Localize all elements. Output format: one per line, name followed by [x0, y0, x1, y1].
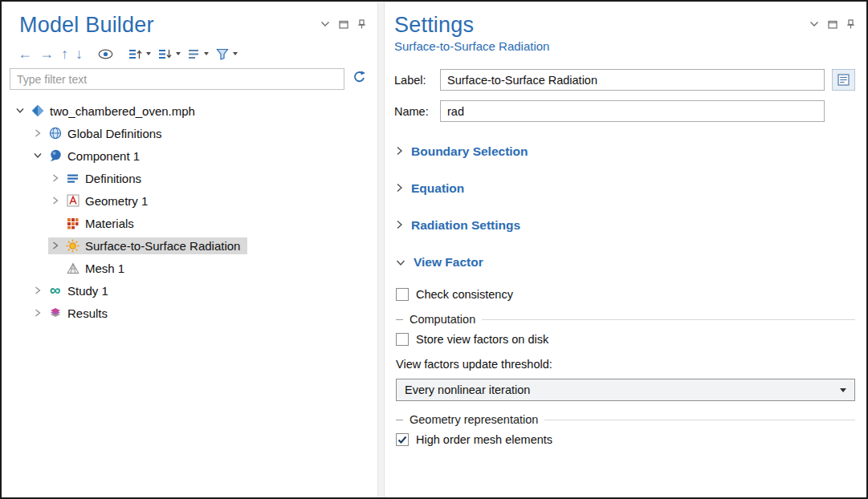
settings-header: Settings: [394, 8, 855, 38]
section-label: Equation: [411, 181, 464, 196]
filter-text-input[interactable]: [10, 68, 344, 90]
study-infinity-icon: ∞: [48, 285, 62, 296]
tree-item-root-mph[interactable]: two_chambered_oven.mph: [2, 99, 377, 122]
label-row: Label:: [394, 69, 855, 91]
move-down-icon[interactable]: ↓: [75, 47, 83, 60]
chevron-expanded-icon[interactable]: [14, 108, 25, 114]
threshold-select[interactable]: Every nonlinear iteration: [396, 379, 855, 401]
tree-item-materials[interactable]: Materials: [2, 212, 377, 234]
high-order-mesh-label: High order mesh elements: [416, 433, 552, 446]
tree-item-results[interactable]: Results: [2, 302, 377, 324]
tree-item-label: Surface-to-Surface Radiation: [85, 239, 240, 253]
check-consistency-checkbox[interactable]: [396, 288, 409, 301]
mesh-icon: [66, 262, 79, 274]
section-view-factor[interactable]: View Factor: [394, 244, 855, 281]
store-view-factors-row: Store view factors on disk: [396, 333, 855, 346]
label-input[interactable]: [440, 69, 825, 91]
dropdown-caret-icon: [840, 388, 846, 392]
chevron-collapsed-icon[interactable]: [32, 309, 43, 317]
panel-splitter[interactable]: [377, 2, 385, 497]
high-order-mesh-checkbox[interactable]: [396, 433, 409, 446]
tree-item-definitions[interactable]: Definitions: [2, 167, 377, 189]
settings-subtitle: Surface-to-Surface Radiation: [394, 39, 855, 53]
tree-item-mesh-1[interactable]: Mesh 1: [2, 257, 377, 279]
chevron-collapsed-icon[interactable]: [32, 286, 43, 294]
settings-window-controls: [809, 19, 855, 29]
name-input[interactable]: [440, 100, 825, 122]
show-eye-icon[interactable]: [98, 49, 113, 59]
tree-item-label: Materials: [85, 217, 134, 230]
tree-item-label: Definitions: [85, 172, 141, 185]
materials-icon: [66, 217, 79, 229]
collapse-all-icon[interactable]: [158, 48, 181, 60]
tree-item-study-1[interactable]: ∞ Study 1: [2, 279, 377, 302]
tree-item-global-definitions[interactable]: Global Definitions: [2, 122, 377, 144]
move-up-icon[interactable]: ↑: [61, 47, 68, 60]
threshold-label: View factors update threshold:: [396, 358, 855, 371]
chevron-collapsed-icon[interactable]: [50, 197, 60, 205]
section-label: Boundary Selection: [411, 144, 528, 159]
node-text-caret-icon[interactable]: [204, 52, 209, 55]
tree-item-label: Mesh 1: [85, 262, 124, 275]
threshold-selected-value: Every nonlinear iteration: [405, 383, 530, 396]
refresh-icon[interactable]: [352, 71, 366, 87]
model-tree: two_chambered_oven.mph Global Definition…: [2, 93, 377, 497]
computation-group-separator: Computation: [396, 313, 855, 326]
section-radiation-settings[interactable]: Radiation Settings: [394, 207, 855, 244]
tree-item-label: Component 1: [67, 149, 140, 163]
chevron-collapsed-icon[interactable]: [32, 129, 43, 137]
chevron-collapsed-icon[interactable]: [50, 174, 60, 182]
settings-title: Settings: [394, 13, 474, 38]
store-view-factors-label: Store view factors on disk: [416, 333, 548, 346]
definitions-icon: [66, 172, 79, 185]
model-builder-panel: Model Builder ← → ↑ ↓: [2, 2, 377, 497]
filter-funnel-icon[interactable]: [216, 48, 238, 60]
settings-sections: Boundary Selection Equation Radiation Se…: [394, 133, 855, 281]
store-view-factors-checkbox[interactable]: [396, 333, 409, 346]
tree-item-label: Results: [67, 306, 108, 320]
chevron-down-icon[interactable]: [809, 21, 819, 27]
geometry-icon: [66, 194, 79, 207]
check-consistency-label: Check consistency: [416, 288, 513, 301]
tree-item-label: Geometry 1: [85, 194, 148, 208]
section-label: View Factor: [414, 255, 483, 270]
filter-funnel-caret-icon[interactable]: [233, 52, 238, 55]
model-builder-toolbar: ← → ↑ ↓: [2, 38, 377, 67]
forward-arrow-icon[interactable]: →: [39, 47, 54, 60]
geometry-representation-group-label: Geometry representation: [410, 413, 538, 426]
name-row: Name:: [394, 100, 855, 122]
geometry-representation-group-separator: Geometry representation: [396, 413, 855, 426]
chevron-expanded-icon[interactable]: [32, 152, 43, 159]
name-field-label: Name:: [394, 105, 433, 118]
float-window-icon[interactable]: [828, 20, 837, 29]
computation-group-label: Computation: [410, 313, 475, 326]
tree-item-surface-to-surface-radiation[interactable]: Surface-to-Surface Radiation: [2, 234, 377, 257]
back-arrow-icon[interactable]: ←: [18, 47, 32, 60]
section-equation[interactable]: Equation: [394, 170, 855, 207]
check-consistency-row: Check consistency: [396, 288, 855, 301]
node-text-icon[interactable]: [188, 48, 209, 60]
model-builder-title: Model Builder: [19, 13, 154, 38]
high-order-mesh-row: High order mesh elements: [396, 433, 855, 446]
tree-item-component-1[interactable]: Component 1: [2, 144, 377, 167]
chevron-collapsed-icon: [396, 218, 403, 233]
tree-item-label: Global Definitions: [67, 127, 162, 140]
chevron-down-icon[interactable]: [320, 21, 330, 27]
settings-panel: Settings Surface-to-Surface Radiation La…: [385, 2, 866, 497]
collapse-all-caret-icon[interactable]: [176, 52, 181, 55]
component-icon: [48, 149, 62, 162]
results-icon: [48, 306, 62, 319]
view-factor-body: Check consistency Computation Store view…: [394, 281, 855, 446]
chevron-collapsed-icon[interactable]: [50, 241, 60, 250]
tree-item-geometry-1[interactable]: Geometry 1: [2, 189, 377, 212]
expand-all-caret-icon[interactable]: [146, 52, 151, 55]
app-window: Model Builder ← → ↑ ↓: [0, 0, 868, 499]
section-boundary-selection[interactable]: Boundary Selection: [394, 133, 855, 170]
float-window-icon[interactable]: [339, 20, 348, 29]
pin-icon[interactable]: [357, 19, 366, 29]
mph-file-icon: [31, 104, 44, 117]
pin-icon[interactable]: [846, 19, 855, 29]
rename-options-button[interactable]: [832, 69, 855, 91]
label-field-label: Label:: [394, 74, 433, 87]
expand-all-icon[interactable]: [128, 48, 151, 60]
